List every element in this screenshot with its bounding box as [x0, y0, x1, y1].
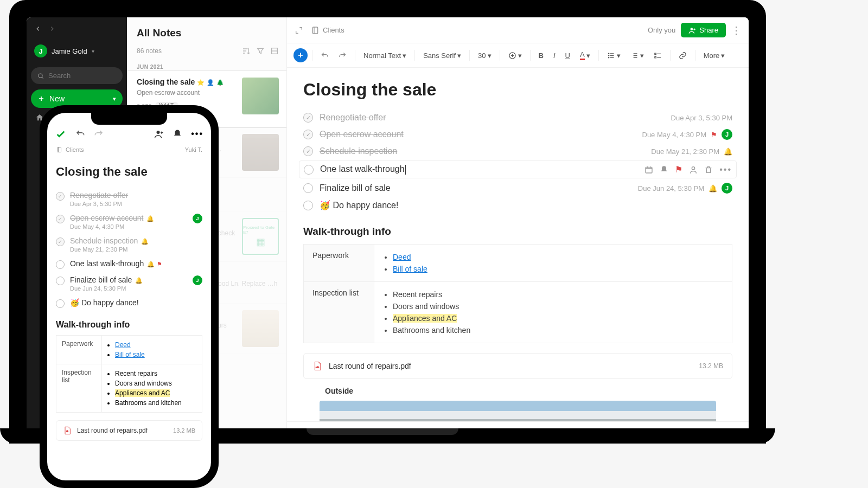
bullet-list-button[interactable]: ▾	[603, 49, 624, 62]
redo-button[interactable]	[94, 129, 104, 139]
checkbox-icon[interactable]	[303, 113, 313, 123]
assign-icon[interactable]	[689, 165, 698, 174]
checkbox-icon[interactable]	[56, 215, 65, 223]
checkbox-icon[interactable]	[56, 192, 65, 201]
share-icon[interactable]	[154, 129, 164, 139]
search-input[interactable]	[31, 67, 123, 84]
laptop-trackpad-notch	[307, 428, 458, 435]
expand-icon[interactable]	[295, 26, 303, 35]
task-item[interactable]: Renegotiate offerDue Apr 3, 5:30 PM	[56, 188, 202, 210]
attachment-card[interactable]: Last round of repairs.pdf 13.2 MB	[303, 353, 732, 379]
task-due: Due Apr 3, 5:30 PM	[70, 201, 202, 207]
notebook-breadcrumb[interactable]: Clients	[311, 26, 344, 35]
task-due: Due May 4, 4:30 PM	[70, 223, 187, 230]
bell-icon: 🔔	[709, 184, 717, 192]
calendar-icon[interactable]	[644, 165, 653, 174]
task-label: One last walk-through	[70, 259, 144, 268]
task-label: 🥳 Do happy dance!	[70, 298, 139, 307]
nav-back-icon[interactable]	[34, 25, 42, 33]
sort-icon[interactable]	[242, 47, 251, 55]
bell-icon[interactable]	[660, 165, 668, 174]
view-icon[interactable]	[270, 47, 279, 55]
checkbox-icon[interactable]	[56, 237, 65, 246]
document-body[interactable]: Closing the sale Renegotiate offerDue Ap…	[287, 68, 749, 421]
task-item[interactable]: 🥳 Do happy dance!	[303, 197, 732, 214]
table-cell: Recent repairs Doors and windows Applian…	[374, 282, 732, 343]
paragraph-style-select[interactable]: Normal Text ▾	[360, 49, 410, 62]
task-item[interactable]: Finalize bill of saleDue Jun 24, 5:30 PM…	[303, 179, 732, 197]
new-dropdown-icon[interactable]: ▾	[113, 95, 116, 102]
task-item[interactable]: Finalize bill of sale🔔Due Jun 24, 5:30 P…	[56, 272, 202, 295]
notebook-breadcrumb[interactable]: Clients	[56, 146, 84, 153]
task-label[interactable]: One last walk-through	[320, 164, 406, 175]
info-table: Paperwork Deed Bill of sale Inspection l…	[56, 335, 202, 413]
checkbox-icon[interactable]	[303, 130, 313, 139]
task-item[interactable]: Open escrow account🔔Due May 4, 4:30 PMJ	[56, 210, 202, 233]
svg-point-6	[608, 55, 609, 55]
table-cell-label: Inspection list	[304, 282, 374, 343]
attachment-card[interactable]: Last round of repairs.pdf 13.2 MB	[56, 420, 202, 441]
task-item[interactable]: Renegotiate offerDue Apr 3, 5:30 PM	[303, 110, 732, 126]
insert-button[interactable]: +	[293, 48, 308, 62]
task-due: Due Jun 24, 5:30 PM	[638, 184, 704, 192]
list-item: Doors and windows	[115, 378, 196, 388]
bold-button[interactable]: B	[535, 49, 547, 62]
task-label: Open escrow account	[320, 130, 404, 139]
mobile-document-body[interactable]: Closing the sale Renegotiate offerDue Ap…	[47, 155, 211, 480]
document-link[interactable]: Deed	[393, 253, 411, 261]
note-title[interactable]: Closing the sale	[303, 80, 732, 100]
shared-icon: 👤	[207, 79, 214, 86]
bell-icon: 🔔	[141, 238, 149, 245]
font-size-select[interactable]: 30 ▾	[474, 49, 495, 62]
checkbox-icon[interactable]	[304, 165, 314, 175]
task-due: Due Apr 3, 5:30 PM	[671, 114, 732, 122]
section-heading: Walk-through info	[303, 226, 732, 237]
text-color-button[interactable]: A▾	[576, 48, 594, 63]
document-link[interactable]: Bill of sale	[393, 265, 427, 273]
checkbox-icon[interactable]	[303, 183, 313, 193]
undo-button[interactable]	[317, 49, 333, 62]
note-title[interactable]: Closing the sale	[56, 165, 202, 179]
account-switcher[interactable]: J Jamie Gold ▾	[31, 41, 123, 65]
done-button[interactable]	[55, 128, 67, 140]
checkbox-icon[interactable]	[303, 201, 313, 210]
task-item[interactable]: Schedule inspectionDue May 21, 2:30 PM🔔	[303, 143, 732, 159]
more-toolbar-button[interactable]: More ▾	[700, 49, 729, 62]
italic-button[interactable]: I	[550, 49, 559, 62]
underline-button[interactable]: U	[561, 49, 574, 62]
share-button[interactable]: Share	[681, 23, 726, 37]
font-select[interactable]: Sans Serif ▾	[419, 49, 465, 62]
document-link[interactable]: Bill of sale	[115, 351, 145, 358]
checkbox-icon[interactable]	[56, 260, 65, 269]
trash-icon[interactable]	[704, 165, 713, 174]
link-button[interactable]	[675, 49, 691, 62]
flag-icon: ⚑	[711, 131, 717, 139]
search-field[interactable]	[48, 72, 116, 80]
reminder-icon[interactable]	[173, 129, 182, 139]
numbered-list-button[interactable]: ▾	[627, 49, 648, 62]
task-item-editing[interactable]: One last walk-through ⚑ •••	[299, 160, 737, 178]
checkbox-icon[interactable]	[303, 146, 313, 156]
more-icon[interactable]: •••	[191, 129, 203, 139]
redo-button[interactable]	[335, 49, 350, 62]
checklist-button[interactable]	[650, 49, 666, 62]
task-label: Schedule inspection	[70, 236, 138, 245]
filter-icon[interactable]	[256, 47, 265, 55]
undo-button[interactable]	[75, 129, 85, 139]
editor-panel: Clients Only you Share ⋮ + No	[287, 17, 749, 444]
checkbox-icon[interactable]	[56, 277, 65, 285]
task-item[interactable]: One last walk-through🔔⚑	[56, 256, 202, 272]
task-item[interactable]: Schedule inspection🔔Due May 21, 2:30 PM	[56, 233, 202, 256]
avatar: J	[34, 44, 47, 57]
more-formatting-button[interactable]: ▾	[505, 49, 526, 62]
attachment-size: 13.2 MB	[699, 362, 723, 370]
more-menu-icon[interactable]: ⋮	[731, 24, 741, 36]
flag-icon[interactable]: ⚑	[675, 164, 682, 175]
task-item[interactable]: Open escrow accountDue May 4, 4:30 PM⚑J	[303, 126, 732, 143]
checkbox-icon[interactable]	[56, 299, 65, 308]
note-title: Closing the sale	[137, 78, 195, 86]
more-icon[interactable]: •••	[719, 165, 732, 175]
embedded-image	[320, 401, 716, 421]
document-link[interactable]: Deed	[115, 341, 131, 349]
task-item[interactable]: 🥳 Do happy dance!	[56, 295, 202, 311]
